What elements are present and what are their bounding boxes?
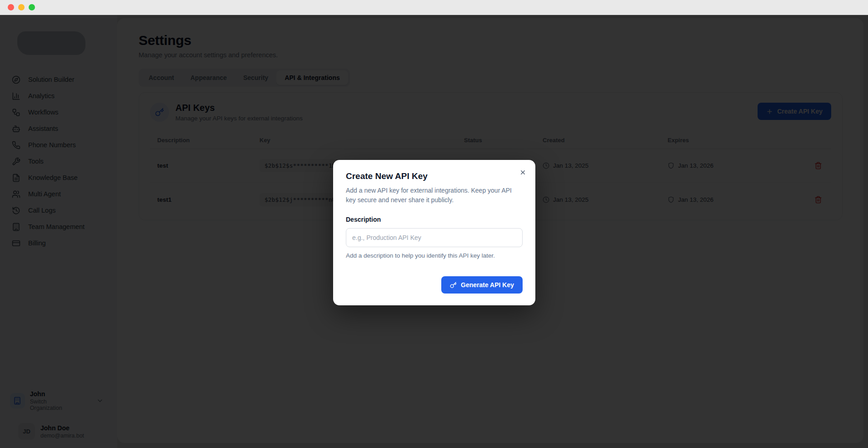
close-icon — [519, 169, 526, 176]
key-icon — [450, 282, 457, 289]
window-titlebar — [0, 0, 868, 15]
modal-title: Create New API Key — [346, 171, 523, 181]
modal-footer: Generate API Key — [346, 276, 523, 294]
zoom-window-button[interactable] — [29, 4, 35, 10]
traffic-lights — [8, 4, 35, 10]
generate-api-key-button[interactable]: Generate API Key — [441, 276, 523, 294]
description-helper-text: Add a description to help you identify t… — [346, 252, 523, 259]
description-input[interactable] — [346, 228, 523, 247]
modal-description: Add a new API key for external integrati… — [346, 186, 523, 205]
generate-api-key-label: Generate API Key — [461, 281, 514, 289]
app-window: Solution Builder Analytics Workflows Ass… — [0, 0, 868, 448]
close-window-button[interactable] — [8, 4, 14, 10]
description-field-label: Description — [346, 216, 523, 223]
close-modal-button[interactable] — [518, 167, 528, 178]
create-api-key-modal: Create New API Key Add a new API key for… — [333, 160, 535, 305]
minimize-window-button[interactable] — [18, 4, 25, 10]
